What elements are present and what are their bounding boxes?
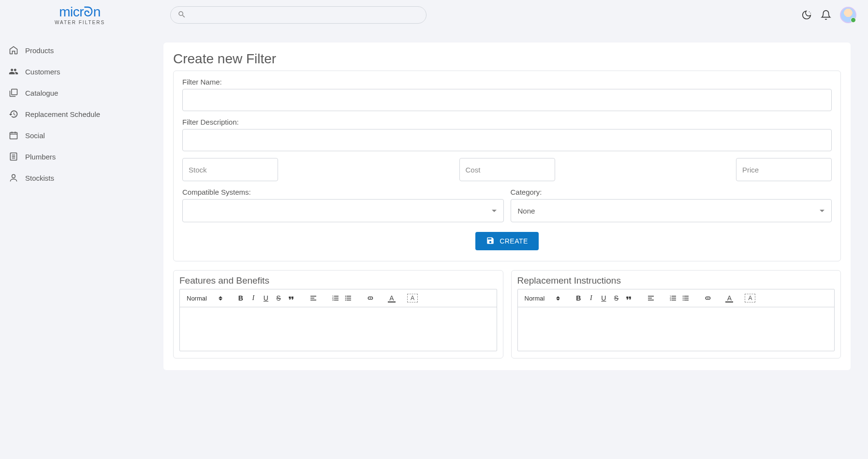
label-filter-name: Filter Name: bbox=[182, 78, 832, 86]
sidebar-item-stockists[interactable]: Stockists bbox=[0, 167, 155, 188]
person-icon bbox=[9, 173, 18, 183]
form-panel: Filter Name: Filter Description: Stock bbox=[173, 71, 841, 261]
chevron-down-icon bbox=[492, 210, 497, 212]
chevron-down-icon bbox=[820, 210, 824, 212]
search-box[interactable] bbox=[170, 6, 427, 24]
save-icon bbox=[486, 236, 495, 246]
label-compat: Compatible Systems: bbox=[182, 188, 504, 196]
search-input[interactable] bbox=[190, 11, 419, 19]
sidebar-item-label: Products bbox=[25, 46, 54, 55]
features-content[interactable] bbox=[180, 307, 497, 351]
bullet-list-button[interactable] bbox=[680, 292, 691, 304]
quote-button[interactable] bbox=[285, 292, 297, 304]
ordered-list-button[interactable] bbox=[330, 292, 341, 304]
sidebar-item-label: Social bbox=[25, 131, 45, 140]
cost-input[interactable] bbox=[460, 158, 555, 181]
search-icon bbox=[177, 10, 186, 20]
strike-button[interactable]: S bbox=[273, 292, 284, 304]
bold-button[interactable]: B bbox=[235, 292, 247, 304]
history-icon bbox=[9, 109, 18, 119]
sidebar-item-label: Stockists bbox=[25, 174, 54, 182]
sidebar: Products Customers Catalogue Replacement… bbox=[0, 30, 155, 383]
text-color-button[interactable]: A bbox=[724, 294, 734, 302]
price-input[interactable] bbox=[736, 158, 831, 181]
header: micrᘐn WATER FILTERS bbox=[0, 0, 868, 30]
create-button[interactable]: CREATE bbox=[475, 232, 539, 250]
features-editor: Features and Benefits Normal B I U bbox=[173, 270, 503, 359]
filter-desc-input[interactable] bbox=[182, 129, 832, 151]
sidebar-item-label: Customers bbox=[25, 68, 60, 76]
category-value: None bbox=[518, 207, 535, 215]
bullet-list-button[interactable] bbox=[342, 292, 354, 304]
heading-select[interactable]: Normal bbox=[185, 295, 224, 302]
strike-button[interactable]: S bbox=[610, 292, 622, 304]
category-select[interactable]: None bbox=[511, 199, 832, 222]
sidebar-item-replacement[interactable]: Replacement Schedule bbox=[0, 103, 155, 125]
replacement-title: Replacement Instructions bbox=[517, 275, 835, 286]
avatar[interactable] bbox=[840, 7, 856, 23]
sidebar-item-products[interactable]: Products bbox=[0, 40, 155, 61]
logo-text: micrᘐn bbox=[59, 5, 100, 19]
notifications-icon[interactable] bbox=[821, 10, 831, 20]
svg-point-5 bbox=[12, 174, 15, 178]
ordered-list-button[interactable] bbox=[667, 292, 679, 304]
features-toolbar: Normal B I U S bbox=[180, 289, 497, 307]
stock-field[interactable]: Stock bbox=[182, 158, 278, 181]
link-button[interactable] bbox=[702, 292, 714, 304]
bg-color-button[interactable]: A bbox=[407, 294, 418, 302]
logo[interactable]: micrᘐn WATER FILTERS bbox=[15, 5, 145, 25]
label-filter-desc: Filter Description: bbox=[182, 118, 832, 126]
sort-icon bbox=[556, 296, 560, 301]
calendar-icon bbox=[9, 130, 18, 140]
logo-sub: WATER FILTERS bbox=[55, 20, 105, 25]
replacement-toolbar: Normal B I U S bbox=[518, 289, 835, 307]
sidebar-item-label: Catalogue bbox=[25, 89, 58, 97]
underline-button[interactable]: U bbox=[598, 292, 609, 304]
sidebar-item-catalogue[interactable]: Catalogue bbox=[0, 82, 155, 103]
sidebar-item-label: Replacement Schedule bbox=[25, 110, 100, 118]
svg-point-1 bbox=[810, 13, 811, 14]
people-icon bbox=[9, 67, 18, 76]
link-button[interactable] bbox=[365, 292, 376, 304]
sidebar-item-plumbers[interactable]: Plumbers bbox=[0, 146, 155, 167]
svg-rect-3 bbox=[10, 132, 17, 139]
library-icon bbox=[9, 88, 18, 98]
replacement-editor: Replacement Instructions Normal B I bbox=[511, 270, 841, 359]
price-field[interactable]: Price bbox=[736, 158, 832, 181]
list-icon bbox=[9, 152, 18, 161]
dark-mode-icon[interactable] bbox=[801, 10, 812, 20]
label-category: Category: bbox=[511, 188, 832, 196]
compat-select[interactable] bbox=[182, 199, 504, 222]
features-title: Features and Benefits bbox=[179, 275, 497, 286]
align-button[interactable] bbox=[645, 292, 657, 304]
sidebar-item-social[interactable]: Social bbox=[0, 125, 155, 146]
italic-button[interactable]: I bbox=[248, 292, 259, 304]
underline-button[interactable]: U bbox=[260, 292, 272, 304]
italic-button[interactable]: I bbox=[585, 292, 597, 304]
sort-icon bbox=[219, 296, 222, 301]
create-filter-card: Create new Filter Filter Name: Filter De… bbox=[163, 43, 851, 370]
sidebar-item-customers[interactable]: Customers bbox=[0, 61, 155, 82]
create-button-label: CREATE bbox=[500, 237, 528, 245]
stock-input[interactable] bbox=[183, 158, 278, 181]
bold-button[interactable]: B bbox=[573, 292, 584, 304]
home-icon bbox=[9, 45, 18, 55]
main: Create new Filter Filter Name: Filter De… bbox=[155, 30, 868, 383]
svg-point-0 bbox=[809, 12, 809, 12]
bg-color-button[interactable]: A bbox=[745, 294, 755, 302]
page-title: Create new Filter bbox=[173, 51, 841, 67]
align-button[interactable] bbox=[308, 292, 319, 304]
text-color-button[interactable]: A bbox=[387, 294, 397, 302]
filter-name-input[interactable] bbox=[182, 89, 832, 111]
svg-rect-2 bbox=[12, 89, 17, 95]
quote-button[interactable] bbox=[623, 292, 634, 304]
sidebar-item-label: Plumbers bbox=[25, 153, 56, 161]
replacement-content[interactable] bbox=[518, 307, 835, 351]
cost-field[interactable]: Cost bbox=[459, 158, 555, 181]
heading-select[interactable]: Normal bbox=[523, 295, 562, 302]
